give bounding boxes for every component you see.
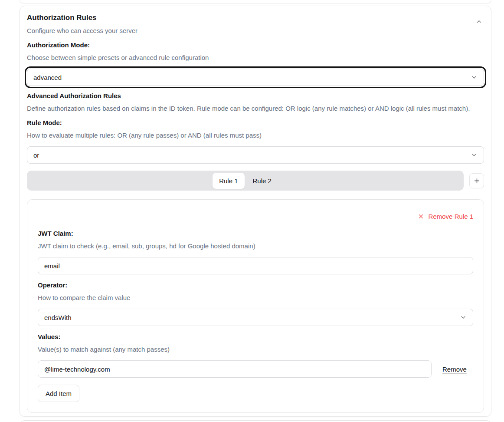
chevron-down-icon — [460, 314, 467, 321]
add-item-button[interactable]: Add Item — [38, 385, 79, 402]
card-header-text: Authorization Rules Configure who can ac… — [27, 13, 137, 35]
rule-mode-select[interactable]: or — [27, 146, 484, 164]
rule-mode-description: How to evaluate multiple rules: OR (any … — [27, 131, 484, 140]
jwt-claim-label: JWT Claim: — [38, 229, 473, 238]
x-icon — [418, 213, 424, 220]
card-header: Authorization Rules Configure who can ac… — [27, 13, 484, 35]
values-label: Values: — [38, 332, 473, 341]
authorization-mode-label: Authorization Mode: — [27, 40, 484, 49]
authorization-mode-selected-value: advanced — [33, 74, 62, 81]
chevron-down-icon — [471, 152, 478, 158]
authorization-rules-card: Authorization Rules Configure who can ac… — [20, 6, 491, 417]
remove-rule-label: Remove Rule 1 — [429, 213, 473, 220]
operator-description: How to compare the claim value — [38, 293, 473, 302]
remove-rule-row: Remove Rule 1 — [38, 213, 473, 220]
advanced-rules-heading: Advanced Authorization Rules — [27, 91, 484, 100]
settings-card-stack: Authorization Rules Configure who can ac… — [20, 0, 491, 422]
operator-label: Operator: — [38, 280, 473, 290]
tab-rule-1[interactable]: Rule 1 — [213, 173, 244, 189]
rule-tabs-row: Rule 1 Rule 2 — [27, 171, 484, 191]
authorization-mode-description: Choose between simple presets or advance… — [27, 53, 484, 62]
authorization-mode-select[interactable]: advanced — [27, 69, 484, 86]
chevron-up-icon — [476, 18, 482, 25]
rule-tabs-list: Rule 1 Rule 2 — [27, 171, 464, 191]
value-input[interactable] — [38, 360, 432, 378]
chevron-down-icon — [471, 74, 478, 81]
next-card-edge — [20, 420, 491, 422]
advanced-rules-description: Define authorization rules based on clai… — [27, 104, 484, 113]
remove-value-button[interactable]: Remove — [442, 366, 467, 373]
value-item-row: Remove — [38, 360, 473, 378]
tab-rule-2[interactable]: Rule 2 — [246, 173, 278, 189]
add-rule-button[interactable] — [469, 173, 484, 188]
collapse-section-button[interactable] — [474, 16, 484, 26]
section-subtitle: Configure who can access your server — [27, 26, 137, 35]
values-description: Value(s) to match against (any match pas… — [38, 345, 473, 354]
section-title: Authorization Rules — [27, 13, 137, 23]
remove-rule-button[interactable]: Remove Rule 1 — [418, 213, 473, 220]
jwt-claim-input[interactable] — [38, 257, 473, 274]
rule-editor-card: Remove Rule 1 JWT Claim: JWT claim to ch… — [27, 199, 484, 413]
previous-card-edge — [20, 0, 491, 3]
jwt-claim-description: JWT claim to check (e.g., email, sub, gr… — [38, 241, 473, 251]
plus-icon — [473, 177, 481, 185]
operator-selected-value: endsWith — [44, 314, 72, 321]
rule-mode-selected-value: or — [33, 152, 39, 159]
rule-mode-label: Rule Mode: — [27, 118, 484, 127]
operator-select[interactable]: endsWith — [38, 309, 473, 326]
